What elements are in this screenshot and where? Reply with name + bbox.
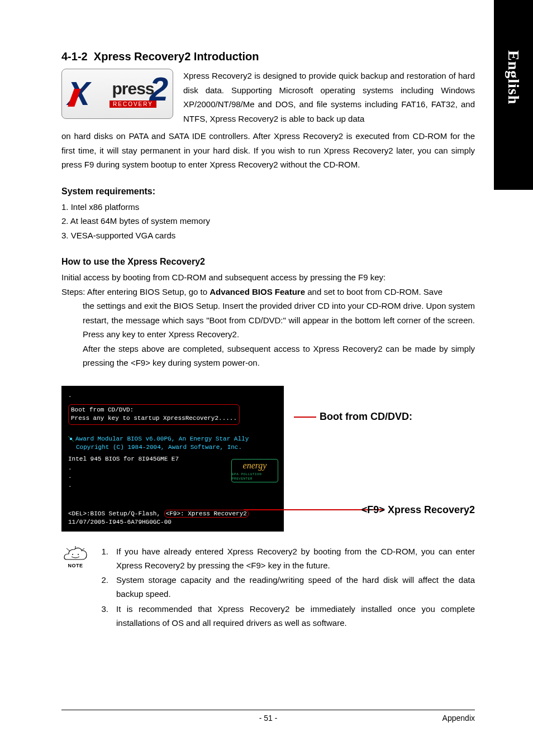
footer-section: Appendix (442, 714, 475, 722)
note-text: If you have already entered Xpress Recov… (116, 545, 475, 573)
svg-point-1 (78, 554, 79, 555)
language-tab: English (494, 0, 533, 190)
note-icon: NOTE (61, 545, 89, 568)
section-number: 4-1-2 (61, 50, 88, 63)
howto-steps-bold: Advanced BIOS Feature (210, 287, 305, 296)
sysreq-item: 1. Intel x86 platforms (61, 200, 475, 214)
page-content: 4-1-2 Xpress Recovery2 Introduction X pr… (61, 50, 475, 631)
bios-award2: Copyright (C) 1984-2004, Award Software,… (76, 443, 277, 452)
note-item: 3. It is recommended that Xpress Recover… (98, 602, 475, 630)
bios-press-line: Press any key to startup XpressRecovery2… (71, 414, 237, 423)
howto-steps-prefix: Steps: After entering BIOS Setup, go to (61, 287, 210, 296)
howto-heading: How to use the Xpress Recovery2 (61, 257, 475, 267)
howto-body2: After the steps above are completed, sub… (61, 342, 475, 370)
howto-line1: Initial access by booting from CD-ROM an… (61, 270, 475, 285)
language-label: English (505, 50, 522, 104)
howto-block: Initial access by booting from CD-ROM an… (61, 270, 475, 370)
callout-line-icon (294, 417, 316, 418)
bios-bottom-id: 11/07/2005-I945-6A79HG0GC-00 (68, 519, 172, 525)
svg-line-2 (66, 548, 70, 551)
bios-row: . Boot from CD/DVD: Press any key to sta… (61, 386, 475, 532)
howto-body: the settings and exit the BIOS Setup. In… (61, 299, 475, 342)
page-number: - 51 - (259, 714, 278, 722)
bios-callout-labels: Boot from CD/DVD: <F9> Xpress Recovery2 (294, 389, 475, 528)
energy-star-badge-icon: energy EPA POLLUTION PREVENTER (231, 459, 278, 482)
note-item: 2. System storage capacity and the readi… (98, 573, 475, 601)
notes-row: NOTE 1. If you have already entered Xpre… (61, 545, 475, 631)
howto-steps-line: Steps: After entering BIOS Setup, go to … (61, 285, 475, 299)
xpress-recovery-logo: X press RECOVERY 2 (61, 69, 173, 119)
section-title: Xpress Recovery2 Introduction (94, 50, 259, 63)
energy-epa: EPA POLLUTION PREVENTER (232, 472, 278, 482)
sysreq-list: 1. Intel x86 platforms 2. At least 64M b… (61, 200, 475, 243)
sysreq-heading: System requirements: (61, 186, 475, 197)
note-text: System storage capacity and the reading/… (116, 573, 475, 601)
note-num: 1. (98, 545, 108, 573)
note-label: NOTE (61, 563, 89, 568)
howto-steps-suffix: and set to boot from CD-ROM. Save (305, 287, 442, 296)
bios-bottom: <DEL>:BIOS Setup/Q-Flash, <F9>: Xpress R… (68, 510, 277, 527)
bios-bottom-del: <DEL>:BIOS Setup/Q-Flash, (68, 510, 160, 517)
svg-point-0 (72, 554, 73, 555)
note-item: 1. If you have already entered Xpress Re… (98, 545, 475, 573)
note-num: 2. (98, 573, 108, 601)
energy-script: energy (243, 460, 267, 472)
intro-text-right: Xpress Recovery2 is designed to provide … (183, 69, 475, 126)
bios-boot-line: Boot from CD/DVD: (71, 406, 237, 414)
callout-boot-label: Boot from CD/DVD: (320, 411, 412, 423)
bios-boot-callout: Boot from CD/DVD: Press any key to start… (68, 404, 240, 425)
intro-continued: on hard disks on PATA and SATA IDE contr… (61, 129, 475, 172)
note-text: It is recommended that Xpress Recovery2 … (116, 602, 475, 630)
award-logo-icon (68, 436, 74, 442)
callout-f9-label: <F9> Xpress Recovery2 (361, 504, 475, 516)
notes-list: 1. If you have already entered Xpress Re… (98, 545, 475, 631)
sysreq-item: 2. At least 64M bytes of system memory (61, 214, 475, 228)
bios-f9-callout: <F9>: Xpress Recovery2 (164, 510, 249, 518)
sysreq-item: 3. VESA-supported VGA cards (61, 228, 475, 243)
bios-award1: Award Modular BIOS v6.00PG, An Energy St… (68, 435, 277, 443)
logo-2-icon: 2 (150, 73, 168, 106)
section-heading: 4-1-2 Xpress Recovery2 Introduction (61, 50, 475, 63)
note-num: 3. (98, 602, 108, 630)
page-footer: - 51 - Appendix (61, 710, 475, 722)
